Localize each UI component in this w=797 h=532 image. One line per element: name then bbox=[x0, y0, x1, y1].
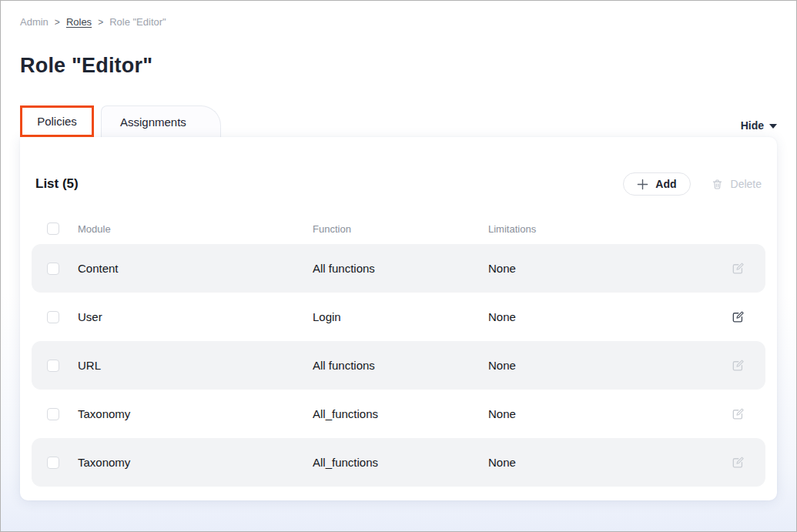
tab-bar: Policies Assignments Hide bbox=[20, 105, 777, 137]
table-row[interactable]: Taxonomy All_functions None bbox=[32, 390, 765, 438]
edit-icon bbox=[731, 358, 745, 373]
row-checkbox[interactable] bbox=[47, 311, 59, 323]
cell-function: All functions bbox=[313, 262, 488, 275]
column-header-module: Module bbox=[78, 223, 313, 235]
tab-assignments[interactable]: Assignments bbox=[101, 105, 221, 137]
edit-icon bbox=[731, 309, 745, 324]
breadcrumb: Admin > Roles > Role "Editor" bbox=[20, 16, 777, 28]
edit-row-button[interactable] bbox=[722, 455, 753, 470]
edit-icon bbox=[731, 407, 745, 421]
table-rows: Content All functions None User Login bbox=[32, 244, 765, 487]
cell-module: URL bbox=[78, 359, 313, 372]
plus-icon bbox=[637, 179, 648, 190]
table-row[interactable]: User Login None bbox=[32, 293, 765, 341]
policies-panel: List (5) Add Delete Module Fun bbox=[20, 137, 777, 500]
edit-icon bbox=[731, 261, 745, 276]
panel-actions: Add Delete bbox=[623, 172, 762, 196]
table-row[interactable]: URL All functions None bbox=[32, 341, 765, 390]
delete-button-label: Delete bbox=[731, 178, 762, 190]
cell-limitations: None bbox=[488, 407, 722, 420]
tab-assignments-label: Assignments bbox=[120, 115, 186, 129]
add-button[interactable]: Add bbox=[623, 172, 690, 196]
trash-icon bbox=[711, 178, 724, 191]
hide-toggle-label: Hide bbox=[741, 119, 764, 132]
tab-policies[interactable]: Policies bbox=[20, 105, 94, 137]
cell-limitations: None bbox=[488, 359, 722, 372]
cell-module: Content bbox=[78, 262, 313, 275]
cell-limitations: None bbox=[488, 262, 722, 275]
row-checkbox[interactable] bbox=[47, 457, 59, 469]
cell-module: Taxonomy bbox=[78, 456, 313, 469]
cell-function: All functions bbox=[313, 359, 488, 372]
edit-row-button[interactable] bbox=[722, 407, 753, 421]
cell-module: Taxonomy bbox=[78, 407, 313, 420]
cell-limitations: None bbox=[488, 456, 722, 469]
edit-row-button[interactable] bbox=[722, 261, 753, 276]
admin-page: Admin > Roles > Role "Editor" Role "Edit… bbox=[1, 16, 796, 500]
hide-toggle[interactable]: Hide bbox=[741, 119, 777, 132]
tab-policies-label: Policies bbox=[37, 115, 77, 128]
cell-module: User bbox=[78, 310, 313, 323]
cell-limitations: None bbox=[488, 310, 722, 323]
delete-button[interactable]: Delete bbox=[711, 178, 762, 191]
breadcrumb-item-roles[interactable]: Roles bbox=[66, 16, 92, 28]
row-checkbox[interactable] bbox=[47, 263, 59, 275]
cell-function: All_functions bbox=[313, 407, 488, 420]
chevron-down-icon bbox=[769, 124, 777, 129]
breadcrumb-item-admin[interactable]: Admin bbox=[20, 16, 49, 28]
table-row[interactable]: Content All functions None bbox=[32, 244, 765, 293]
column-header-limitations: Limitations bbox=[488, 223, 722, 235]
row-checkbox[interactable] bbox=[47, 360, 59, 372]
page-title: Role "Editor" bbox=[20, 54, 777, 78]
edit-row-button[interactable] bbox=[722, 358, 753, 373]
panel-header: List (5) Add Delete bbox=[32, 137, 765, 196]
column-header-function: Function bbox=[313, 223, 488, 235]
table-header: Module Function Limitations bbox=[32, 216, 765, 242]
breadcrumb-separator: > bbox=[98, 17, 103, 28]
list-title: List (5) bbox=[35, 176, 79, 192]
breadcrumb-separator: > bbox=[55, 17, 60, 28]
row-checkbox[interactable] bbox=[47, 408, 59, 420]
add-button-label: Add bbox=[655, 178, 676, 190]
table-row[interactable]: Taxonomy All_functions None bbox=[32, 438, 765, 487]
breadcrumb-item-current: Role "Editor" bbox=[109, 16, 166, 28]
edit-row-button[interactable] bbox=[722, 309, 753, 324]
cell-function: All_functions bbox=[313, 456, 488, 469]
select-all-checkbox[interactable] bbox=[47, 223, 59, 235]
cell-function: Login bbox=[313, 310, 488, 323]
edit-icon bbox=[731, 455, 745, 470]
